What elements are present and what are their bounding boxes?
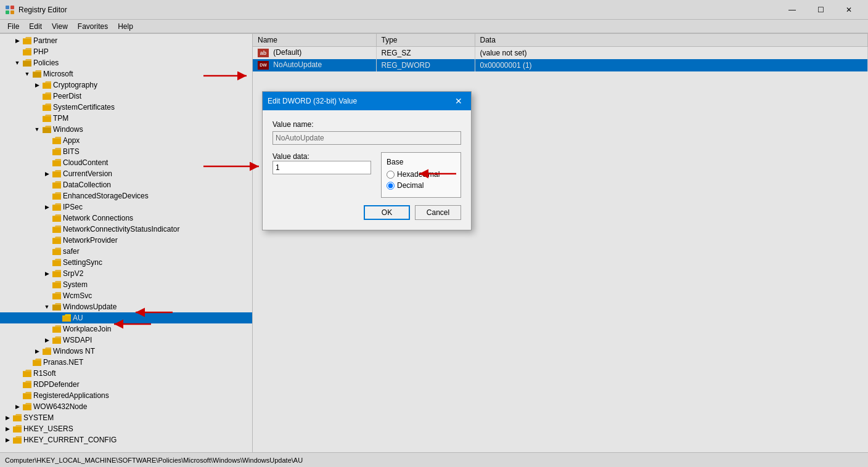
value-name-input[interactable]: [272, 131, 461, 145]
value-data-row: Value data: Base Hexadecimal Decimal: [272, 152, 461, 198]
decimal-label[interactable]: Decimal: [397, 181, 424, 190]
base-section: Base Hexadecimal Decimal: [381, 152, 461, 198]
ok-button[interactable]: OK: [364, 205, 410, 220]
hexadecimal-radio[interactable]: [387, 171, 395, 179]
value-name-label: Value name:: [272, 120, 461, 129]
value-data-label: Value data:: [272, 152, 309, 161]
decimal-option[interactable]: Decimal: [387, 181, 456, 190]
dialog-body: Value name: Value data: Base Hexadecimal: [263, 110, 471, 230]
value-data-input[interactable]: [272, 161, 371, 174]
hexadecimal-option[interactable]: Hexadecimal: [387, 170, 456, 179]
value-data-section: Value data:: [272, 152, 371, 198]
dialog-title-bar: Edit DWORD (32-bit) Value ✕: [263, 92, 471, 110]
dialog-close-button[interactable]: ✕: [451, 94, 466, 108]
modal-overlay: Edit DWORD (32-bit) Value ✕ Value name: …: [0, 0, 868, 467]
base-label: Base: [387, 158, 456, 166]
edit-dword-dialog: Edit DWORD (32-bit) Value ✕ Value name: …: [262, 91, 472, 230]
decimal-radio[interactable]: [387, 182, 395, 190]
hexadecimal-label[interactable]: Hexadecimal: [397, 170, 440, 179]
dialog-buttons: OK Cancel: [272, 205, 461, 220]
dialog-title: Edit DWORD (32-bit) Value: [268, 97, 357, 105]
value-name-field: Value name:: [272, 120, 461, 145]
cancel-button[interactable]: Cancel: [415, 205, 461, 220]
